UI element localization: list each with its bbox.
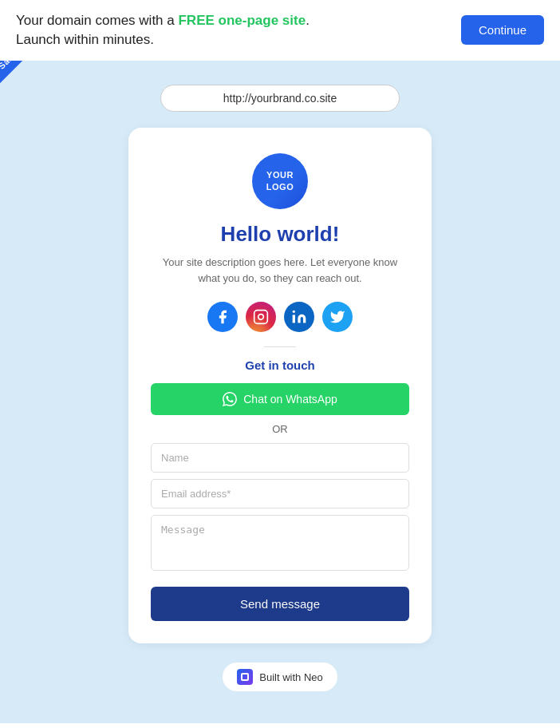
message-field-group [151,515,409,574]
name-input[interactable] [151,443,409,473]
instagram-icon[interactable] [246,302,276,332]
built-with-text: Built with Neo [259,671,322,683]
whatsapp-icon [223,392,237,406]
top-bar: Your domain comes with a FREE one-page s… [0,0,560,61]
neo-icon [237,669,253,685]
section-divider [264,346,296,347]
site-card: YOUR LOGO Hello world! Your site descrip… [128,128,432,644]
promo-text-part1: Your domain comes with a [16,13,178,28]
twitter-icon[interactable] [322,302,353,332]
site-description: Your site description goes here. Let eve… [151,255,409,288]
promo-text: Your domain comes with a FREE one-page s… [16,11,310,49]
whatsapp-button[interactable]: Chat on WhatsApp [151,383,409,415]
svg-rect-0 [254,311,268,324]
get-in-touch-heading: Get in touch [245,358,315,372]
logo-text: YOUR LOGO [266,169,294,192]
preview-area: Sample site http://yourbrand.co.site YOU… [0,61,560,724]
or-label: OR [272,423,288,435]
email-input[interactable] [151,479,409,508]
continue-button-top[interactable]: Continue [461,15,544,45]
facebook-icon[interactable] [207,302,238,332]
built-with-badge: Built with Neo [223,663,337,691]
ribbon-label: Sample site [0,61,57,88]
neo-icon-inner [241,673,249,681]
promo-text-line2: Launch within minutes. [16,32,154,47]
social-icons-row [207,302,353,332]
url-bar: http://yourbrand.co.site [160,85,400,112]
promo-free-text: FREE one-page site [178,13,306,28]
name-field-group [151,443,409,473]
logo-circle: YOUR LOGO [252,153,308,209]
bottom-bar: Continue [0,723,560,728]
ribbon: Sample site [0,61,72,133]
whatsapp-label: Chat on WhatsApp [243,393,337,406]
email-field-group [151,479,409,508]
message-input[interactable] [151,515,409,571]
promo-text-part2: . [306,13,310,28]
svg-point-2 [293,311,295,313]
site-title: Hello world! [221,222,340,247]
send-message-button[interactable]: Send message [151,587,409,621]
linkedin-icon[interactable] [284,302,314,332]
